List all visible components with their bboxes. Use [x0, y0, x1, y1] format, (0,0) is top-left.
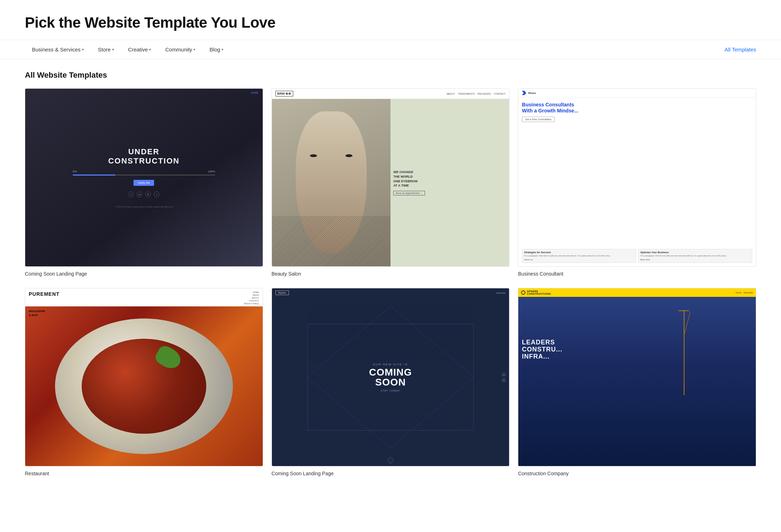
template-card-1[interactable]: HOME UNDERCONSTRUCTION 0%100% Notify Me … — [25, 88, 263, 277]
template-label-3: Business Consultant — [518, 271, 756, 277]
template-label-4: Restaurant — [25, 471, 263, 476]
chevron-down-icon: ▾ — [149, 48, 151, 51]
nav-item-community[interactable]: Community ▾ — [158, 40, 202, 59]
template-thumb-6: SPHERECONSTRUCTIONS HomeSubscribe — [518, 288, 756, 466]
chevron-down-icon: ▾ — [222, 48, 223, 51]
section-heading: All Website Templates — [0, 59, 781, 88]
template-card-5[interactable]: Skyline. Subscribe OUR NEW SITE IS COMIN… — [272, 288, 510, 476]
templates-grid: HOME UNDERCONSTRUCTION 0%100% Notify Me … — [0, 88, 781, 498]
under-construction-preview: HOME UNDERCONSTRUCTION 0%100% Notify Me … — [25, 89, 263, 266]
nav-item-business[interactable]: Business & Services ▾ — [25, 40, 91, 59]
template-thumb-4: PUREMENT HOMEMENUABOUTCONTACTBOOK A TABL… — [25, 288, 263, 466]
nav-label-blog: Blog — [209, 46, 220, 52]
restaurant-preview: PUREMENT HOMEMENUABOUTCONTACTBOOK A TABL… — [25, 288, 263, 466]
chevron-down-icon: ▾ — [193, 48, 195, 51]
page-header: Pick the Website Template You Love — [0, 0, 781, 40]
template-label-5: Coming Soon Landing Page — [272, 471, 510, 476]
nav-label-store: Store — [98, 46, 111, 52]
template-thumb-5: Skyline. Subscribe OUR NEW SITE IS COMIN… — [272, 288, 510, 466]
construction-preview: SPHERECONSTRUCTIONS HomeSubscribe — [518, 288, 756, 466]
nav-item-creative[interactable]: Creative ▾ — [121, 40, 158, 59]
coming-soon-dark-preview: Skyline. Subscribe OUR NEW SITE IS COMIN… — [272, 288, 509, 466]
template-thumb-2: BRW ⊕⊕ ABOUTTREATMENTSPACKAGESCONTACT — [272, 88, 510, 267]
nav-bar: Business & Services ▾ Store ▾ Creative ▾… — [0, 40, 781, 59]
template-thumb-1: HOME UNDERCONSTRUCTION 0%100% Notify Me … — [25, 88, 263, 267]
template-card-6[interactable]: SPHERECONSTRUCTIONS HomeSubscribe — [518, 288, 756, 476]
nav-label-community: Community — [165, 46, 192, 52]
business-consultant-preview: Rises Business ConsultantsWith a Growth … — [518, 89, 756, 266]
nav-item-blog[interactable]: Blog ▾ — [202, 40, 230, 59]
nav-left: Business & Services ▾ Store ▾ Creative ▾… — [25, 40, 230, 59]
all-templates-link[interactable]: All Templates — [725, 40, 756, 59]
chevron-down-icon: ▾ — [112, 48, 114, 51]
template-card-2[interactable]: BRW ⊕⊕ ABOUTTREATMENTSPACKAGESCONTACT — [272, 88, 510, 277]
template-thumb-3: Rises Business ConsultantsWith a Growth … — [518, 88, 756, 267]
template-card-3[interactable]: Rises Business ConsultantsWith a Growth … — [518, 88, 756, 277]
template-card-4[interactable]: PUREMENT HOMEMENUABOUTCONTACTBOOK A TABL… — [25, 288, 263, 476]
template-label-1: Coming Soon Landing Page — [25, 271, 263, 277]
nav-label-business: Business & Services — [32, 46, 81, 52]
chevron-down-icon: ▾ — [82, 48, 84, 51]
nav-item-store[interactable]: Store ▾ — [91, 40, 121, 59]
page-title: Pick the Website Template You Love — [25, 14, 756, 31]
beauty-salon-preview: BRW ⊕⊕ ABOUTTREATMENTSPACKAGESCONTACT — [272, 89, 509, 266]
nav-label-creative: Creative — [128, 46, 148, 52]
template-label-2: Beauty Salon — [272, 271, 510, 277]
template-label-6: Construction Company — [518, 471, 756, 476]
